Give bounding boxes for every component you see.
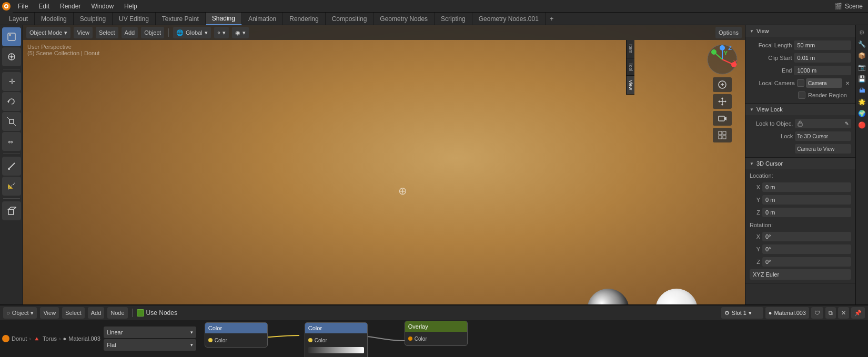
menu-edit[interactable]: Edit [33, 0, 55, 12]
scene-icon[interactable]: 🌟 [857, 97, 867, 107]
tool-move[interactable]: ✛ [2, 72, 21, 91]
viewport-select-menu[interactable]: Select [96, 27, 118, 38]
tool-select[interactable] [2, 27, 21, 46]
node-node-menu[interactable]: Node [107, 307, 127, 319]
menu-file[interactable]: File [13, 0, 33, 12]
node-slot-dropdown[interactable]: ⚙ Slot 1 ▾ [721, 307, 763, 319]
rotation-y-value[interactable]: 0° [762, 244, 851, 254]
viewport-object-menu[interactable]: Object [141, 27, 164, 38]
tab-geometry-nodes[interactable]: Geometry Nodes [374, 13, 435, 25]
gizmo-zoom[interactable] [713, 77, 732, 92]
material-x-button[interactable]: ✕ [838, 307, 849, 319]
node-card-color-2[interactable]: Color Color [305, 322, 368, 357]
location-y-value[interactable]: 0 m [762, 195, 851, 205]
node-select-menu[interactable]: Select [62, 307, 85, 319]
world-icon[interactable]: 🌍 [857, 108, 867, 119]
view-layer-icon[interactable]: 🏔 [857, 85, 867, 96]
local-camera-toggle[interactable] [797, 79, 804, 87]
output-icon[interactable]: 💾 [857, 74, 867, 84]
clip-end-value[interactable]: 1000 m [794, 66, 851, 75]
node-card-overlay[interactable]: Overlay Color [405, 321, 468, 346]
view-lock-header[interactable]: ▼ View Lock [745, 104, 855, 115]
lock-to-object-control[interactable]: ✎ [795, 119, 851, 128]
lock-to-3d-cursor-button[interactable]: To 3D Cursor [795, 131, 851, 141]
gizmo-navigator[interactable]: Z X Y [706, 44, 738, 75]
tab-layout[interactable]: Layout [3, 13, 35, 25]
tab-animation[interactable]: Animation [242, 13, 283, 25]
viewport-add-menu[interactable]: Add [122, 27, 138, 38]
viewport-proportional-edit[interactable]: ◉ ▾ [232, 27, 249, 38]
tab-geometry-nodes-001[interactable]: Geometry Nodes.001 [472, 13, 546, 25]
tool-add-cube[interactable] [2, 201, 21, 220]
clip-start-value[interactable]: 0.01 m [794, 53, 851, 63]
material-icon[interactable]: 🔴 [857, 120, 867, 130]
location-x-value[interactable]: 0 m [762, 182, 851, 192]
camera-to-view-button[interactable]: Camera to View [795, 144, 851, 154]
material-shield-icon[interactable]: 🛡 [811, 307, 823, 319]
rotation-mode-dropdown[interactable]: XYZ Euler [750, 269, 851, 280]
n-tab-view[interactable]: View [626, 76, 634, 95]
node-graph[interactable]: Color Color Color Color [199, 320, 866, 357]
local-camera-clear[interactable]: ✕ [844, 79, 851, 87]
node-editor-type[interactable]: ○ Object ▾ [3, 307, 37, 319]
node-card-color-1[interactable]: Color Color [205, 322, 268, 348]
tab-sculpting[interactable]: Sculpting [74, 13, 113, 25]
rotation-z-value[interactable]: 0° [762, 257, 851, 267]
toolbar-separator-3 [3, 198, 20, 199]
use-nodes-checkbox[interactable] [137, 309, 144, 317]
tool-transform[interactable]: ⇔ [2, 132, 21, 151]
gizmo-camera[interactable] [713, 111, 732, 126]
viewport-snap[interactable]: ⌖ ▾ [214, 27, 229, 38]
tools-icon[interactable]: 🔧 [857, 39, 867, 49]
lock-to-object-row: Lock to Objec. ✎ [750, 118, 851, 129]
tool-cursor[interactable] [2, 47, 21, 66]
viewport-view-menu[interactable]: View [74, 27, 93, 38]
tab-rendering[interactable]: Rendering [283, 13, 325, 25]
svg-marker-10 [7, 100, 9, 103]
n-tab-item[interactable]: Item [626, 40, 634, 58]
render-icon[interactable]: 📷 [857, 62, 867, 73]
properties-icon[interactable]: ⚙ [857, 27, 867, 38]
tool-scale[interactable] [2, 112, 21, 131]
menu-render[interactable]: Render [55, 0, 86, 12]
n-tab-tool[interactable]: Tool [626, 58, 634, 76]
tool-annotate[interactable] [2, 157, 21, 176]
tab-texture-paint[interactable]: Texture Paint [156, 13, 206, 25]
tab-shading[interactable]: Shading [206, 13, 242, 25]
view-section-header[interactable]: ▼ View [745, 25, 855, 37]
material-copy-button[interactable]: ⧉ [825, 307, 836, 319]
node-add-menu[interactable]: Add [88, 307, 105, 319]
gizmo-grid[interactable] [713, 128, 732, 142]
breadcrumb-torus[interactable]: Torus [43, 335, 57, 342]
viewport-orientation[interactable]: 🌐 Global ▾ [173, 27, 211, 38]
add-workspace-tab[interactable]: + [546, 13, 558, 25]
menu-window[interactable]: Window [86, 0, 119, 12]
viewport-mode-dropdown[interactable]: Object Mode ▾ [26, 27, 70, 38]
toolbar-separator-1 [3, 69, 20, 69]
material-name-field[interactable]: ● Material.003 [765, 307, 809, 319]
node-view-menu[interactable]: View [40, 307, 59, 319]
menu-help[interactable]: Help [119, 0, 143, 12]
location-z-row: Z 0 m [750, 207, 851, 218]
breadcrumb-donut[interactable]: Donut [12, 335, 27, 342]
interpolation-linear[interactable]: Linear ▾ [104, 327, 196, 338]
cursor-3d-header[interactable]: ▼ 3D Cursor [745, 158, 855, 169]
tab-scripting[interactable]: Scripting [435, 13, 472, 25]
local-camera-dropdown[interactable]: Camera [806, 78, 842, 88]
tab-modeling[interactable]: Modeling [35, 13, 74, 25]
focal-length-value[interactable]: 50 mm [794, 40, 851, 50]
tool-measure[interactable]: 📐 [2, 177, 21, 196]
gizmo-pan[interactable] [713, 94, 732, 109]
render-region-checkbox[interactable] [798, 91, 805, 99]
svg-marker-31 [721, 97, 723, 99]
tab-uv-editing[interactable]: UV Editing [113, 13, 156, 25]
location-z-value[interactable]: 0 m [762, 208, 851, 217]
interpolation-flat[interactable]: Flat ▾ [104, 339, 196, 351]
viewport-options[interactable]: Options [715, 27, 742, 38]
object-icon[interactable]: 📦 [857, 50, 867, 61]
tool-rotate[interactable] [2, 92, 21, 111]
tab-compositing[interactable]: Compositing [326, 13, 374, 25]
rotation-x-value[interactable]: 0° [762, 232, 851, 241]
material-pin-button[interactable]: 📌 [851, 307, 865, 319]
breadcrumb-material[interactable]: Material.003 [68, 335, 100, 342]
